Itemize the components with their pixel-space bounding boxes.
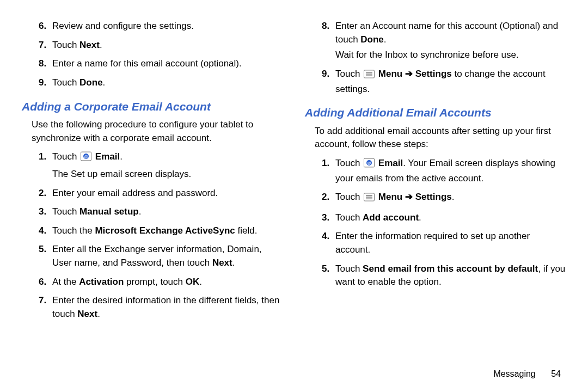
step-item: Touch @ Email. Your Email screen display… <box>332 157 566 185</box>
step-item: Enter the information required to set up… <box>332 230 566 256</box>
steps-list-d: Touch @ Email. Your Email screen display… <box>305 157 566 289</box>
step-item: Touch Done. <box>49 76 283 90</box>
step-item: Touch @ Email.The Set up email screen di… <box>49 150 283 181</box>
footer-page-number: 54 <box>551 369 561 378</box>
step-item: Touch Manual setup. <box>49 205 283 219</box>
heading-corporate-email: Adding a Corporate Email Account <box>22 99 283 115</box>
step-item: Enter the desired information in the dif… <box>49 294 283 321</box>
step-item: Enter all the Exchange server informatio… <box>49 243 283 270</box>
heading-additional-accounts: Adding Additional Email Accounts <box>305 105 566 121</box>
footer-section: Messaging <box>493 369 535 378</box>
step-item: At the Activation prompt, touch OK. <box>49 275 283 289</box>
steps-list-c: Enter an Account name for this account (… <box>305 20 566 96</box>
svg-text:@: @ <box>84 155 88 160</box>
menu-icon <box>364 69 375 83</box>
step-item: Review and configure the settings. <box>49 20 283 33</box>
right-column: Enter an Account name for this account (… <box>305 16 566 327</box>
step-item: Touch Send email from this account by de… <box>332 262 566 289</box>
step-item: Touch Add account. <box>332 211 566 225</box>
step-item: Enter your email address and password. <box>49 187 283 200</box>
menu-icon <box>364 192 375 206</box>
paragraph-additional-intro: To add additional email accounts after s… <box>315 125 566 151</box>
email-icon: @ <box>81 151 91 166</box>
paragraph-corporate-intro: Use the following procedure to configure… <box>32 118 283 145</box>
step-item: Enter an Account name for this account (… <box>332 20 566 62</box>
left-column: Review and configure the settings.Touch … <box>22 16 283 327</box>
step-item: Enter a name for this email account (opt… <box>49 57 283 71</box>
svg-text:@: @ <box>367 161 371 166</box>
step-item: Touch Menu ➔ Settings. <box>332 191 566 206</box>
step-item: Touch Menu ➔ Settings to change the acco… <box>332 68 566 96</box>
steps-list-a: Review and configure the settings.Touch … <box>22 20 283 90</box>
step-item: Touch Next. <box>49 39 283 52</box>
steps-list-b: Touch @ Email.The Set up email screen di… <box>22 150 283 321</box>
step-item: Touch the Microsoft Exchange ActiveSync … <box>49 224 283 238</box>
email-icon: @ <box>364 158 375 172</box>
page-footer: Messaging 54 <box>493 367 561 380</box>
